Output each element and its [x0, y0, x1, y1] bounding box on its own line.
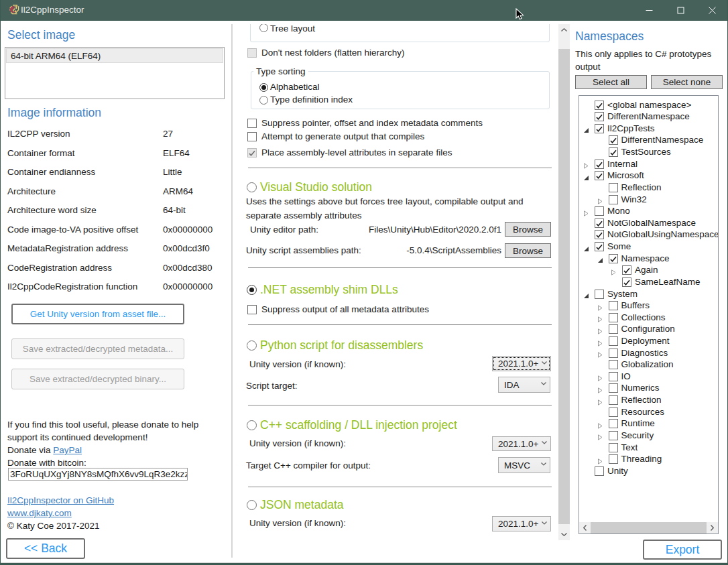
tree-label[interactable]: DifferentNamespace [621, 134, 704, 146]
python-script-radio[interactable] [247, 340, 257, 351]
tree-checkbox[interactable] [609, 454, 618, 464]
tree-label[interactable]: Mono [607, 205, 630, 217]
tree-label[interactable]: Configuration [621, 323, 675, 335]
dotnet-shim-title[interactable]: .NET assembly shim DLLs [260, 282, 398, 297]
tree-label[interactable]: Resources [621, 406, 665, 418]
paypal-link[interactable]: PayPal [53, 445, 82, 455]
tree-label[interactable]: Buffers [621, 300, 650, 312]
type-definition-index-label[interactable]: Type definition index [270, 93, 353, 106]
tree-checkbox[interactable] [609, 195, 618, 204]
tree-collapsed-icon[interactable] [597, 350, 603, 360]
python-unity-version-combo[interactable]: 2021.1.0+ [492, 356, 551, 371]
tree-collapsed-icon[interactable] [611, 267, 617, 277]
tree-checkbox[interactable] [609, 372, 618, 381]
tree-label[interactable]: Win32 [621, 194, 647, 206]
tree-label[interactable]: Diagnostics [621, 347, 668, 359]
separate-attributes-checkbox[interactable] [247, 148, 257, 158]
suppress-output-checkbox[interactable] [247, 305, 257, 314]
maximize-button[interactable] [665, 0, 696, 21]
tree-expanded-icon[interactable] [583, 244, 589, 254]
scrollbar-thumb[interactable] [558, 49, 570, 524]
tree-checkbox[interactable] [622, 265, 631, 275]
tree-checkbox[interactable] [609, 313, 618, 322]
tree-layout-label[interactable]: Tree layout [270, 24, 315, 35]
visual-studio-title[interactable]: Visual Studio solution [260, 180, 372, 194]
tree-checkbox[interactable] [609, 135, 618, 145]
image-list-item[interactable]: 64-bit ARM64 (ELF64) [6, 48, 223, 63]
tree-label[interactable]: Reflection [621, 182, 662, 194]
script-target-combo[interactable]: IDA [498, 377, 550, 393]
tree-checkbox[interactable] [609, 395, 618, 405]
assemblies-path-value[interactable]: -5.0.4\ScriptAssemblies [360, 244, 501, 257]
github-link[interactable]: Il2CppInspector on GitHub [7, 494, 114, 507]
tree-label[interactable]: SameLeafName [635, 276, 701, 288]
tree-checkbox[interactable] [609, 301, 618, 310]
tree-collapsed-icon[interactable] [597, 373, 603, 383]
tree-checkbox[interactable] [595, 218, 604, 228]
tree-checkbox[interactable] [595, 230, 604, 239]
cpp-scaffolding-radio[interactable] [247, 420, 257, 430]
flatten-hierarchy-checkbox[interactable] [247, 48, 257, 58]
tree-label[interactable]: Text [621, 442, 638, 454]
tree-collapsed-icon[interactable] [597, 397, 603, 407]
tree-collapsed-icon[interactable] [597, 338, 603, 349]
tree-label[interactable]: Security [621, 430, 654, 442]
tree-collapsed-icon[interactable] [597, 456, 603, 466]
tree-checkbox[interactable] [609, 443, 618, 452]
tree-scroll-left-icon[interactable] [579, 522, 591, 533]
tree-scroll-right-icon[interactable] [707, 522, 718, 533]
tree-checkbox[interactable] [595, 171, 604, 180]
tree-label[interactable]: Unity [607, 465, 628, 477]
tree-checkbox[interactable] [609, 183, 618, 192]
tree-label[interactable]: Threading [621, 453, 662, 465]
visual-studio-radio[interactable] [247, 182, 257, 192]
export-button[interactable]: Export [643, 540, 722, 560]
tree-layout-radio[interactable] [259, 24, 268, 32]
back-button[interactable]: << Back [6, 538, 85, 559]
tree-checkbox[interactable] [609, 254, 618, 263]
tree-label[interactable]: Microsoft [607, 170, 644, 182]
get-unity-version-button[interactable]: Get Unity version from asset file... [11, 304, 184, 324]
tree-label[interactable]: Globalization [621, 359, 674, 371]
tree-label[interactable]: Reflection [621, 394, 662, 406]
tree-label[interactable]: Internal [607, 158, 638, 170]
tree-collapsed-icon[interactable] [597, 385, 603, 395]
cpp-scaffolding-title[interactable]: C++ scaffolding / DLL injection project [260, 418, 457, 432]
tree-label[interactable]: Again [635, 264, 658, 276]
tree-checkbox[interactable] [609, 147, 618, 157]
tree-label[interactable]: NotGlobalUsingNamespace [607, 229, 719, 241]
close-button[interactable] [696, 0, 727, 21]
unity-editor-path-value[interactable]: Files\Unity\Hub\Editor\2020.2.0f1 [360, 223, 501, 236]
select-all-button[interactable]: Select all [575, 75, 647, 89]
tree-collapsed-icon[interactable] [597, 326, 603, 336]
tree-label[interactable]: Deployment [621, 335, 670, 347]
tree-collapsed-icon[interactable] [583, 208, 589, 218]
titlebar[interactable]: Il2CppInspector [0, 0, 728, 21]
tree-label[interactable]: Runtime [621, 418, 655, 430]
tree-label[interactable]: Some [607, 241, 631, 253]
tree-label[interactable]: <global namespace> [607, 99, 691, 111]
tree-checkbox[interactable] [595, 160, 604, 169]
suppress-pointer-label[interactable]: Suppress pointer, offset and index metad… [261, 117, 483, 129]
tree-label[interactable]: System [607, 288, 638, 300]
browse-assemblies-path-button[interactable]: Browse [505, 243, 551, 258]
alphabetical-radio[interactable] [259, 83, 268, 92]
tree-label[interactable]: Il2CppTests [607, 123, 655, 135]
cpp-compiler-combo[interactable]: MSVC [498, 457, 550, 473]
attempt-compile-checkbox[interactable] [247, 132, 257, 141]
tree-label[interactable]: Collections [621, 312, 666, 324]
tree-checkbox[interactable] [622, 277, 631, 287]
tree-checkbox[interactable] [609, 336, 618, 346]
tree-label[interactable]: TestSources [621, 146, 671, 158]
browse-editor-path-button[interactable]: Browse [505, 222, 551, 237]
tree-checkbox[interactable] [595, 242, 604, 251]
suppress-pointer-checkbox[interactable] [247, 119, 257, 128]
save-binary-button[interactable]: Save extracted/decrypted binary... [11, 369, 184, 389]
python-script-title[interactable]: Python script for disassemblers [260, 338, 423, 353]
json-metadata-title[interactable]: JSON metadata [260, 497, 344, 512]
tree-label[interactable]: DifferentNamespace [607, 111, 690, 123]
separate-attributes-label[interactable]: Place assembly-level attributes in separ… [261, 146, 452, 159]
select-none-button[interactable]: Select none [651, 75, 723, 89]
bitcoin-address-input[interactable] [8, 468, 188, 481]
flatten-hierarchy-label[interactable]: Don't nest folders (flatten hierarchy) [261, 46, 404, 59]
